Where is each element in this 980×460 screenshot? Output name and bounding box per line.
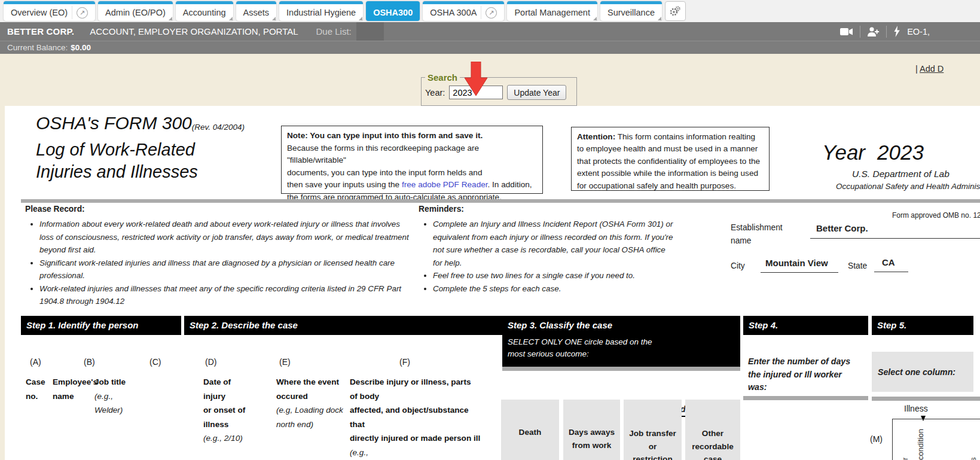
note-line3-post: . In addition, bbox=[488, 180, 532, 189]
state-underline bbox=[874, 272, 908, 272]
add-link-group: | Add D bbox=[915, 64, 944, 74]
step1-header: Step 1. Identify the person bbox=[21, 316, 181, 335]
gears-icon bbox=[669, 5, 681, 17]
agency-text: Occupational Safety and Health Administr… bbox=[836, 182, 980, 191]
tab-accounting[interactable]: Accounting bbox=[176, 1, 233, 21]
please-record-heading: Please Record: bbox=[25, 205, 85, 214]
tab-bar: Overview (EO) ↗ Admin (EO/PO) Accounting… bbox=[0, 0, 980, 22]
tab-divider bbox=[481, 6, 481, 19]
pdf-reader-link[interactable]: free adobe PDF Reader bbox=[402, 180, 488, 189]
reminder-bullet: Feel free to use two lines for a single … bbox=[433, 269, 673, 282]
search-legend: Search bbox=[425, 72, 460, 83]
step5-header: Step 5. bbox=[872, 316, 973, 335]
tab-label: Admin (EO/PO) bbox=[105, 8, 166, 17]
step2-header: Step 2. Describe the case bbox=[184, 316, 505, 335]
due-list-label: Due List: bbox=[316, 26, 352, 36]
attention-heading: Attention: bbox=[577, 132, 615, 141]
icon-divider bbox=[860, 26, 860, 38]
note-heading: Note: You can type input into this form … bbox=[287, 130, 537, 142]
year-number: 2023 bbox=[877, 141, 924, 164]
step5-instruction-box: Select one column: bbox=[872, 352, 973, 392]
column-letter-c: (C) bbox=[149, 357, 161, 367]
column-header-employee-name: Employee's name bbox=[53, 375, 97, 403]
dropdown-corner-icon bbox=[658, 17, 661, 20]
update-year-button[interactable]: Update Year bbox=[507, 85, 566, 100]
establishment-label: Establishment name bbox=[731, 221, 790, 248]
column-letter-a: (A) bbox=[30, 357, 41, 367]
tab-surveillance[interactable]: Surveillance bbox=[600, 1, 662, 21]
attention-box: Attention: This form contains informatio… bbox=[571, 127, 770, 191]
form-year: Year 2023 bbox=[822, 141, 924, 164]
popout-arrow-icon[interactable]: ↗ bbox=[77, 7, 88, 19]
tab-label: Accounting bbox=[183, 8, 226, 17]
illness-type-vertical-label: s bbox=[969, 458, 978, 460]
red-callout-arrow-icon bbox=[460, 62, 491, 98]
reminders-list: Complete an Injury and Illness Incident … bbox=[420, 218, 673, 295]
form-revision: (Rev. 04/2004) bbox=[192, 123, 245, 132]
settings-gear-button[interactable] bbox=[665, 1, 686, 21]
tab-label: Overview (EO) bbox=[11, 8, 68, 17]
tab-overview-eo[interactable]: Overview (EO) ↗ bbox=[4, 1, 95, 21]
column-letter-d: (D) bbox=[205, 357, 216, 367]
reminder-bullet: Complete an Injury and Illness Incident … bbox=[433, 218, 673, 269]
tab-industrial-hygiene[interactable]: Industrial Hygiene bbox=[279, 1, 363, 21]
tab-assets[interactable]: Assets bbox=[236, 1, 277, 21]
tab-label: Assets bbox=[243, 8, 270, 17]
balance-bar: Current Balance: $0.00 bbox=[0, 41, 980, 54]
video-camera-icon[interactable] bbox=[840, 28, 853, 36]
column-letter-e: (E) bbox=[279, 357, 291, 367]
balance-value: $0.00 bbox=[71, 43, 91, 52]
illness-type-vertical-label: condition bbox=[916, 429, 925, 460]
context-bar: BETTER CORP. ACCOUNT, EMPLOYER ORGANIZAT… bbox=[0, 22, 980, 41]
icon-divider bbox=[886, 26, 887, 38]
company-name: BETTER CORP. bbox=[7, 26, 74, 36]
tab-divider bbox=[72, 6, 72, 19]
city-label: City bbox=[731, 261, 745, 270]
please-record-bullet: Significant work-related injuries and il… bbox=[39, 257, 416, 282]
entity-id-text: EO-1, bbox=[907, 27, 930, 36]
lightning-icon[interactable] bbox=[893, 26, 900, 37]
column-letter-b: (B) bbox=[84, 357, 95, 367]
tab-label: OSHA300 bbox=[373, 8, 413, 17]
step3-title: Step 3. Classify the case bbox=[508, 320, 735, 330]
omb-approval-text: Form approved OMB no. 121 bbox=[892, 211, 980, 220]
dropdown-corner-icon bbox=[169, 17, 172, 20]
city-value: Mountain View bbox=[765, 258, 828, 268]
form-subtitle-line2: Injuries and Illnesses bbox=[36, 161, 198, 183]
note-box: Note: You can type input into this form … bbox=[281, 126, 543, 194]
search-panel: Search Year: Update Year bbox=[421, 72, 577, 106]
please-record-bullet: Work-related injuries and illnesses that… bbox=[39, 282, 416, 308]
step5-instruction: Select one column: bbox=[878, 367, 955, 377]
tab-portal-management[interactable]: Portal Management bbox=[507, 1, 597, 21]
year-word: Year bbox=[822, 141, 865, 164]
city-underline bbox=[761, 272, 838, 273]
please-record-list: Information about every work-related dea… bbox=[26, 218, 416, 308]
classify-cell-death: Death bbox=[501, 400, 559, 460]
tab-osha-300a[interactable]: OSHA 300A ↗ bbox=[423, 1, 504, 21]
header-divider bbox=[21, 199, 980, 203]
form-title: OSHA's FORM 300 bbox=[36, 113, 192, 133]
step5-divider bbox=[872, 397, 980, 401]
column-header-describe-injury: Describe injury or illness, parts of bod… bbox=[350, 375, 480, 460]
establishment-value: Better Corp. bbox=[816, 223, 868, 233]
tab-label: Surveillance bbox=[607, 8, 655, 17]
column-header-job-title: Job title (e.g., Welder) bbox=[94, 375, 126, 418]
tab-admin-eo-po[interactable]: Admin (EO/PO) bbox=[98, 1, 173, 21]
context-path: ACCOUNT, EMPLOYER ORGANIZATION, PORTAL bbox=[90, 26, 298, 36]
establishment-underline bbox=[810, 238, 980, 239]
department-text: U.S. Department of Lab bbox=[852, 169, 950, 179]
tab-label: OSHA 300A bbox=[430, 8, 477, 17]
step4-divider bbox=[743, 396, 868, 400]
illness-label: Illness bbox=[904, 404, 928, 413]
add-link[interactable]: Add D bbox=[920, 64, 944, 74]
step3-subtitle-line2: most serious outcome: bbox=[508, 348, 735, 360]
due-list-box[interactable] bbox=[356, 22, 384, 41]
tab-label: Portal Management bbox=[514, 8, 590, 17]
step3-subtitle-line1: SELECT ONLY ONE circle based on the bbox=[508, 336, 735, 348]
note-line1: Because the forms in this recordkeeping … bbox=[287, 142, 537, 167]
classify-cell-days-away: Days aways from work bbox=[563, 400, 620, 460]
add-user-icon[interactable] bbox=[867, 27, 880, 36]
tab-osha300[interactable]: OSHA300 bbox=[366, 1, 420, 21]
step3-divider bbox=[502, 367, 740, 371]
popout-arrow-icon[interactable]: ↗ bbox=[486, 7, 497, 19]
